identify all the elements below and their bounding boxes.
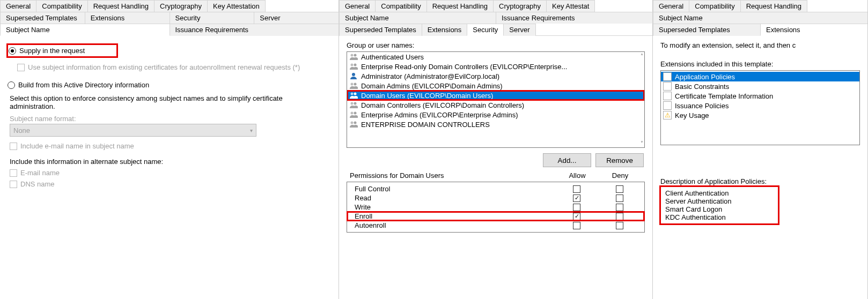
group-names-label: Group or user names:: [347, 41, 645, 49]
allow-checkbox[interactable]: [573, 204, 580, 211]
group-item[interactable]: Domain Admins (EVILCORP\Domain Admins): [347, 81, 644, 91]
subject-format-combo: None ▾: [10, 124, 256, 137]
permission-row: Autoenroll: [347, 221, 644, 230]
group-list[interactable]: ˄ ˅ Authenticated UsersEnterprise Read-o…: [347, 51, 645, 148]
svg-point-8: [354, 93, 357, 95]
permission-row: Full Control: [347, 184, 644, 193]
tab-issuance-requirements[interactable]: Issuance Requirements: [170, 24, 340, 36]
group-item[interactable]: Authenticated Users: [347, 52, 644, 62]
tab-subject-name[interactable]: Subject Name: [653, 12, 868, 24]
tab-compatibility[interactable]: Compatibility: [375, 0, 426, 12]
deny-checkbox[interactable]: [616, 204, 623, 211]
svg-point-2: [351, 64, 354, 66]
permission-name: Write: [350, 203, 555, 211]
description-box: Client AuthenticationServer Authenticati…: [660, 186, 778, 224]
group-item-label: Domain Admins (EVILCORP\Domain Admins): [361, 82, 503, 90]
tab-key-attestat[interactable]: Key Attestat: [546, 0, 595, 12]
extensions-list[interactable]: Application PoliciesBasic ConstraintsCer…: [660, 70, 860, 145]
group-item-label: Domain Controllers (EVILCORP\Domain Cont…: [361, 101, 524, 109]
svg-point-9: [351, 102, 354, 105]
allow-checkbox[interactable]: [573, 195, 580, 202]
build-from-ad-label: Build from this Active Directory informa…: [18, 81, 149, 89]
extension-item[interactable]: Issuance Policies: [661, 101, 859, 110]
tab-request-handling[interactable]: Request Handling: [426, 0, 494, 12]
checkbox-icon: [10, 181, 17, 188]
tab-general[interactable]: General: [339, 0, 376, 12]
cert-icon: [663, 82, 672, 91]
svg-point-4: [352, 73, 355, 76]
tab-superseded-templates[interactable]: Superseded Templates: [0, 12, 85, 24]
supply-in-request-option[interactable]: Supply in the request: [8, 44, 117, 57]
extensions-list-label: Extensions included in this template:: [660, 60, 860, 68]
svg-point-10: [354, 102, 357, 105]
tab-cryptography[interactable]: Cryptography: [154, 0, 208, 12]
description-line: Smart Card Logon: [665, 205, 774, 213]
panel-subject-name: GeneralCompatibilityRequest HandlingCryp…: [0, 0, 339, 299]
permission-name: Autoenroll: [350, 221, 555, 229]
group-item-label: Authenticated Users: [361, 53, 424, 61]
group-item[interactable]: Enterprise Admins (EVILCORP\Enterprise A…: [347, 110, 644, 119]
tab-subject-name[interactable]: Subject Name: [339, 12, 496, 24]
tab-compatibility[interactable]: Compatibility: [36, 0, 87, 12]
include-email-option: Include e-mail name in subject name: [10, 142, 331, 150]
checkbox-icon: [10, 169, 17, 177]
description-line: Client Authentication: [665, 189, 774, 197]
scroll-down-icon[interactable]: ˅: [641, 140, 643, 146]
panel-extensions: GeneralCompatibilityRequest Handling Sub…: [653, 0, 868, 299]
allow-checkbox[interactable]: [573, 185, 580, 193]
allow-checkbox[interactable]: [573, 213, 580, 220]
tab-extensions[interactable]: Extensions: [422, 24, 468, 36]
tab-extensions[interactable]: Extensions: [85, 12, 170, 24]
tab-request-handling[interactable]: Request Handling: [87, 0, 155, 12]
tab-key-attestation[interactable]: Key Attestation: [207, 0, 266, 12]
remove-button[interactable]: Remove: [595, 153, 644, 167]
checkbox-icon: [17, 64, 25, 71]
deny-checkbox[interactable]: [616, 222, 623, 229]
extension-item[interactable]: Key Usage: [661, 110, 859, 120]
warning-icon: [663, 111, 672, 119]
supply-in-request-label: Supply in the request: [19, 47, 85, 55]
extension-label: Certificate Template Information: [675, 92, 773, 100]
tab-issuance-requirements[interactable]: Issuance Requirements: [496, 12, 653, 24]
build-from-ad-option[interactable]: Build from this Active Directory informa…: [8, 81, 331, 89]
users-icon: [349, 91, 358, 100]
group-item[interactable]: Domain Controllers (EVILCORP\Domain Cont…: [347, 100, 644, 110]
allow-checkbox[interactable]: [573, 222, 580, 229]
alt-subject-label: Include this information in alternate su…: [10, 158, 331, 166]
allow-column: Allow: [569, 171, 585, 180]
group-item[interactable]: Domain Users (EVILCORP\Domain Users): [347, 91, 644, 100]
users-icon: [349, 62, 358, 71]
tab-general[interactable]: General: [653, 0, 689, 12]
tab-subject-name[interactable]: Subject Name: [0, 24, 170, 36]
extension-item[interactable]: Basic Constraints: [661, 81, 859, 91]
tab-cryptography[interactable]: Cryptography: [493, 0, 547, 12]
permission-row: Read: [347, 193, 644, 203]
scroll-up-icon[interactable]: ˄: [641, 53, 643, 59]
tab-superseded-templates[interactable]: Superseded Templates: [339, 24, 422, 36]
tab-security[interactable]: Security: [170, 12, 255, 24]
tab-server[interactable]: Server: [254, 12, 339, 24]
group-item[interactable]: Administrator (Administrator@EvilCorp.lo…: [347, 71, 644, 81]
alt-option: DNS name: [10, 180, 331, 188]
deny-checkbox[interactable]: [616, 195, 623, 202]
group-item[interactable]: ENTERPRISE DOMAIN CONTROLLERS: [347, 119, 644, 129]
tab-extensions[interactable]: Extensions: [760, 24, 868, 36]
radio-icon: [9, 47, 16, 55]
tab-request-handling[interactable]: Request Handling: [740, 0, 807, 12]
cert-icon: [663, 72, 672, 81]
users-icon: [349, 53, 358, 61]
svg-point-11: [351, 112, 354, 115]
tab-general[interactable]: General: [0, 0, 36, 12]
group-item[interactable]: Enterprise Read-only Domain Controllers …: [347, 62, 644, 71]
deny-checkbox[interactable]: [616, 185, 623, 193]
tab-security[interactable]: Security: [467, 24, 504, 36]
tab-superseded-templates[interactable]: Superseded Templates: [653, 24, 761, 36]
extension-item[interactable]: Application Policies: [661, 72, 859, 81]
alt-option: E-mail name: [10, 169, 331, 177]
deny-checkbox[interactable]: [616, 213, 623, 220]
add-button[interactable]: Add...: [543, 153, 591, 167]
tab-server[interactable]: Server: [503, 24, 535, 36]
extension-item[interactable]: Certificate Template Information: [661, 91, 859, 101]
tab-compatibility[interactable]: Compatibility: [689, 0, 740, 12]
panel-security: GeneralCompatibilityRequest HandlingCryp…: [339, 0, 653, 299]
